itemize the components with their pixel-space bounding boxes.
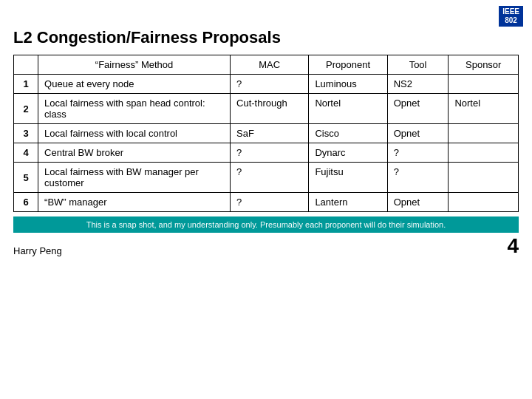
- row-proponent: Cisco: [309, 124, 387, 143]
- footer-page-number: 4: [507, 236, 519, 256]
- row-sponsor: [449, 193, 519, 212]
- row-num: 6: [14, 193, 38, 212]
- ieee-badge: IEEE 802: [499, 6, 523, 27]
- page-title: L2 Congestion/Fairness Proposals: [13, 28, 519, 47]
- row-sponsor: [449, 75, 519, 94]
- row-mac: SaF: [231, 124, 309, 143]
- row-num: 5: [14, 163, 38, 193]
- row-tool: ?: [387, 163, 449, 193]
- table-row: 2Local fairness with span head control: …: [14, 94, 519, 124]
- footer-row: Harry Peng 4: [13, 236, 519, 256]
- row-mac: ?: [231, 143, 309, 163]
- row-mac: Cut-through: [231, 94, 309, 124]
- row-tool: Opnet: [387, 193, 449, 212]
- row-method: Queue at every node: [38, 75, 231, 94]
- row-mac: ?: [231, 163, 309, 193]
- row-method: Local fairness with span head control: c…: [38, 94, 231, 124]
- col-header-proponent: Proponent: [309, 55, 387, 75]
- badge-line1: IEEE: [502, 7, 519, 16]
- row-mac: ?: [231, 75, 309, 94]
- row-proponent: Lantern: [309, 193, 387, 212]
- row-proponent: Nortel: [309, 94, 387, 124]
- row-tool: Opnet: [387, 124, 449, 143]
- row-method: Local fairness with local control: [38, 124, 231, 143]
- row-tool: NS2: [387, 75, 449, 94]
- row-proponent: Luminous: [309, 75, 387, 94]
- row-sponsor: Nortel: [449, 94, 519, 124]
- row-num: 2: [14, 94, 38, 124]
- col-header-tool: Tool: [387, 55, 449, 75]
- col-header-sponsor: Sponsor: [449, 55, 519, 75]
- col-header-method: “Fairness” Method: [38, 55, 231, 75]
- col-header-mac: MAC: [231, 55, 309, 75]
- page-wrapper: IEEE 802 L2 Congestion/Fairness Proposal…: [0, 0, 532, 399]
- table-row: 5Local fairness with BW manager per cust…: [14, 163, 519, 193]
- row-tool: Opnet: [387, 94, 449, 124]
- footer-author: Harry Peng: [13, 245, 62, 256]
- table-row: 1Queue at every node?LuminousNS2: [14, 75, 519, 94]
- table-row: 6“BW” manager?LanternOpnet: [14, 193, 519, 212]
- row-proponent: Dynarc: [309, 143, 387, 163]
- table-row: 3Local fairness with local controlSaFCis…: [14, 124, 519, 143]
- row-method: Central BW broker: [38, 143, 231, 163]
- row-mac: ?: [231, 193, 309, 212]
- row-num: 3: [14, 124, 38, 143]
- row-method: Local fairness with BW manager per custo…: [38, 163, 231, 193]
- footnote-box: This is a snap shot, and my understandin…: [13, 216, 519, 233]
- row-sponsor: [449, 143, 519, 163]
- row-proponent: Fujitsu: [309, 163, 387, 193]
- row-sponsor: [449, 163, 519, 193]
- proposals-table: “Fairness” Method MAC Proponent Tool Spo…: [13, 55, 519, 212]
- row-num: 1: [14, 75, 38, 94]
- row-tool: ?: [387, 143, 449, 163]
- footnote-text: This is a snap shot, and my understandin…: [86, 220, 446, 229]
- row-num: 4: [14, 143, 38, 163]
- table-row: 4Central BW broker?Dynarc?: [14, 143, 519, 163]
- badge-line2: 802: [505, 16, 517, 24]
- col-header-num: [14, 55, 38, 75]
- row-method: “BW” manager: [38, 193, 231, 212]
- row-sponsor: [449, 124, 519, 143]
